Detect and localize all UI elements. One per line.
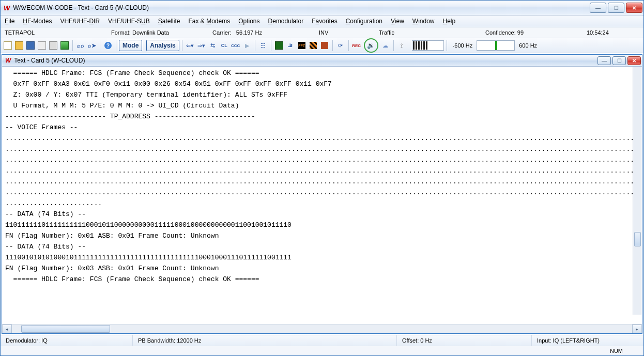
main-window: W WAVECOM W-CODE - Text - Card 5 (W-CLOU… (0, 0, 644, 356)
ccc-button[interactable]: CCC (231, 40, 241, 51)
menu-file[interactable]: File (5, 18, 14, 25)
menubar: File HF-Modes VHF/UHF-DIR VHF/UHF-SUB Sa… (1, 16, 643, 27)
terminal-line: 0x7F 0xFF 0xA3 0x01 0xF0 0x11 0x00 0x26 … (5, 79, 639, 89)
frequency-meter[interactable] (477, 40, 515, 51)
arrow-left-icon[interactable]: ⇐▾ (185, 40, 195, 51)
terminal-line: ........................................… (5, 154, 639, 165)
window-title: WAVECOM W-CODE - Text - Card 5 (W-CLOUD) (13, 4, 149, 11)
horizontal-scroll-thumb[interactable] (21, 325, 110, 333)
print-icon[interactable] (48, 40, 58, 51)
scroll-right-button[interactable]: ▸ (632, 324, 642, 333)
terminal-line: U Format, M M M: 5 P/E: 0 M M: 0 -> UI_C… (5, 100, 639, 111)
pin-icon[interactable]: ⟟ (396, 40, 407, 51)
panel5-icon[interactable] (319, 40, 330, 51)
arrows-both-icon[interactable]: ⇆ (208, 40, 218, 51)
status-offset: Offset: 0 Hz (397, 335, 532, 346)
confidence-value: 99 (517, 29, 524, 36)
terminal-line: ........................................… (5, 165, 639, 176)
terminal-line: ........................................… (5, 144, 639, 154)
neg-hz-label: -600 Hz (450, 42, 476, 49)
panel1-icon[interactable] (274, 40, 284, 51)
terminal-line: 1101111110111111111100010110000000000111… (5, 220, 639, 230)
terminal-line: ........................ (5, 198, 639, 209)
terminal-line: FN (Flag Number): 0x01 ASB: 0x01 Frame C… (5, 230, 639, 241)
terminal-line: ------------------------- TP_ADDRESS ---… (5, 111, 639, 122)
carrier-value: 56.197 Hz (236, 29, 262, 36)
inv-label: INV (315, 29, 375, 36)
menu-satellite[interactable]: Satellite (158, 18, 180, 25)
close-button[interactable]: ✕ (626, 3, 642, 13)
binoculars-next-icon[interactable]: ⌕➤ (87, 40, 97, 51)
vertical-scrollbar[interactable] (633, 67, 642, 315)
menu-demodulator[interactable]: Demodulator (268, 18, 304, 25)
child-titlebar: W Text - Card 5 (W-CLOUD) — ☐ ✕ (2, 55, 642, 67)
panel4-icon[interactable] (308, 40, 318, 51)
menu-window[interactable]: Window (412, 18, 435, 25)
confidence-label: Confidence: (485, 29, 516, 36)
status-pb-bandwidth: PB Bandwidth: 12000 Hz (133, 335, 397, 346)
status-bar: Demodulator: IQ PB Bandwidth: 12000 Hz O… (1, 335, 643, 346)
tuning-bar[interactable] (412, 40, 444, 51)
binoculars-icon[interactable]: ⌕⌕ (75, 40, 86, 51)
terminal-line: ........................................… (5, 176, 639, 187)
terminal-line: ........................................… (5, 133, 639, 144)
pos-hz-label: 600 Hz (516, 42, 540, 49)
menu-vhf-uhf-sub[interactable]: VHF/UHF-SUB (108, 18, 150, 25)
menu-hf-modes[interactable]: HF-Modes (23, 18, 52, 25)
confidence-cell: Confidence: 99 (481, 29, 582, 36)
terminal-line: 1110010101010001011111111111111111111111… (5, 252, 639, 263)
fft-icon[interactable]: FFT (297, 40, 307, 51)
menu-options[interactable]: Options (238, 18, 259, 25)
help-icon[interactable]: ? (103, 40, 113, 51)
toolbar: ⌕⌕ ⌕➤ ? Mode Analysis ⇐▾ ⇒▾ ⇆ CL CCC ▶ ☷… (1, 38, 643, 53)
play-icon[interactable]: ▶ (242, 40, 252, 51)
info-bar: TETRAPOL Format: Downlink Data Carrier: … (1, 27, 643, 38)
status-num: NUM (610, 348, 623, 354)
maximize-button[interactable]: ☐ (608, 3, 624, 13)
scroll-left-button[interactable]: ◂ (2, 324, 12, 333)
child-title: Text - Card 5 (W-CLOUD) (14, 57, 85, 64)
print-color-icon[interactable] (59, 40, 70, 51)
carrier-cell: Carrier: 56.197 Hz (208, 29, 315, 36)
analysis-button[interactable]: Analysis (146, 40, 179, 51)
mode-button[interactable]: Mode (119, 40, 142, 51)
horizontal-scroll-track[interactable] (12, 325, 632, 333)
speaker-highlighted-icon[interactable]: 🔉 (364, 38, 378, 53)
menu-fax-modems[interactable]: Fax & Modems (188, 18, 230, 25)
bars-icon[interactable]: ☷ (258, 40, 268, 51)
copy-icon[interactable] (37, 40, 47, 51)
rec-icon[interactable]: REC (351, 40, 362, 51)
client-area: W Text - Card 5 (W-CLOUD) — ☐ ✕ ====== H… (1, 53, 643, 335)
titlebar: W WAVECOM W-CODE - Text - Card 5 (W-CLOU… (1, 1, 643, 16)
minimize-button[interactable]: — (590, 3, 606, 13)
cl-button[interactable]: CL (219, 40, 229, 51)
menu-favorites[interactable]: Favorites (312, 18, 337, 25)
child-minimize-button[interactable]: — (597, 56, 611, 65)
refresh-icon[interactable]: ⟳ (335, 40, 346, 51)
child-close-button[interactable]: ✕ (627, 56, 641, 65)
terminal-line: ====== HDLC Frame: FCS (Frame Check Sequ… (5, 274, 639, 285)
menu-vhf-uhf-dir[interactable]: VHF/UHF-DIR (60, 18, 100, 25)
format-value: Downlink Data (132, 29, 169, 36)
clock: 10:54:24 (582, 29, 613, 36)
text-output[interactable]: ====== HDLC Frame: FCS (Frame Check Sequ… (2, 67, 642, 324)
menu-configuration[interactable]: Configuration (346, 18, 382, 25)
open-folder-icon[interactable] (14, 40, 24, 51)
menu-view[interactable]: View (391, 18, 404, 25)
new-file-icon[interactable] (3, 40, 13, 51)
child-maximize-button[interactable]: ☐ (612, 56, 626, 65)
traffic-label: Traffic (375, 29, 481, 36)
terminal-line: ........................................… (5, 187, 639, 198)
cloud-icon[interactable]: ☁ (380, 40, 391, 51)
save-icon[interactable] (25, 40, 36, 51)
status-bar-2: NUM (1, 346, 643, 355)
vertical-scroll-thumb[interactable] (634, 232, 641, 246)
panel2-icon[interactable]: ⫡ (285, 40, 296, 51)
mode-name: TETRAPOL (1, 29, 107, 36)
horizontal-scrollbar[interactable]: ◂ ▸ (2, 324, 642, 333)
terminal-line: -- DATA (74 Bits) -- (5, 209, 639, 220)
format-cell: Format: Downlink Data (107, 29, 208, 36)
arrow-right-icon[interactable]: ⇒▾ (196, 40, 207, 51)
menu-help[interactable]: Help (443, 18, 456, 25)
app-logo-icon: W (4, 4, 10, 12)
